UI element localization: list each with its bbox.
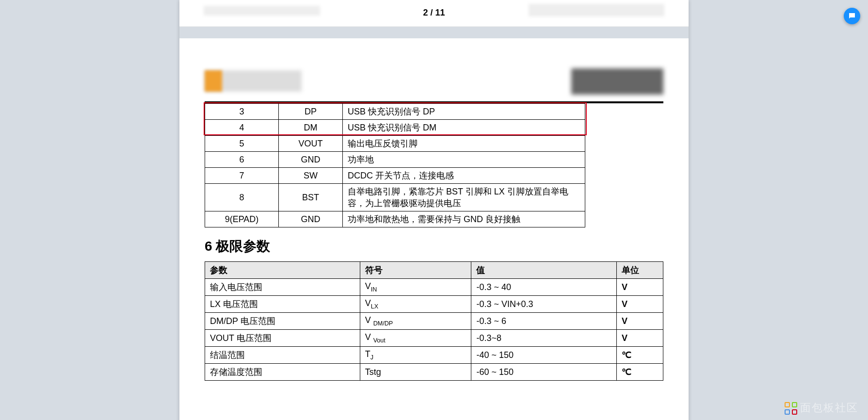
param-unit: ℃ xyxy=(617,347,663,364)
pin-name: SW xyxy=(279,168,343,184)
param-unit: V xyxy=(617,330,663,347)
table-header-row: 参数 符号 值 单位 xyxy=(205,262,663,279)
pin-name: BST xyxy=(279,184,343,211)
table-row: 3DPUSB 快充识别信号 DP xyxy=(205,104,585,120)
table-row: 存储温度范围Tstg-60 ~ 150℃ xyxy=(205,364,663,381)
redacted-logo-mark xyxy=(205,70,222,92)
pin-number: 3 xyxy=(205,104,279,120)
table-row: 5VOUT输出电压反馈引脚 xyxy=(205,136,585,152)
param-symbol: Tstg xyxy=(360,364,471,381)
pin-name: VOUT xyxy=(279,136,343,152)
redacted-block xyxy=(204,6,320,16)
param-name: DM/DP 电压范围 xyxy=(205,313,360,330)
chat-icon xyxy=(848,12,856,20)
param-symbol: VLX xyxy=(360,296,471,313)
param-symbol: V DM/DP xyxy=(360,313,471,330)
param-value: -0.3~8 xyxy=(471,330,617,347)
pin-number: 8 xyxy=(205,184,279,211)
param-unit: V xyxy=(617,313,663,330)
param-value: -60 ~ 150 xyxy=(471,364,617,381)
watermark: 面包板社区 xyxy=(785,401,858,415)
col-value: 值 xyxy=(471,262,617,279)
param-value: -0.3 ~ 6 xyxy=(471,313,617,330)
pin-description-table: 3DPUSB 快充识别信号 DP4DMUSB 快充识别信号 DM5VOUT输出电… xyxy=(205,103,585,227)
table-row: LX 电压范围VLX-0.3 ~ VIN+0.3V xyxy=(205,296,663,313)
param-name: VOUT 电压范围 xyxy=(205,330,360,347)
table-row: 4DMUSB 快充识别信号 DM xyxy=(205,120,585,136)
param-name: 存储温度范围 xyxy=(205,364,360,381)
absolute-maximum-ratings-table: 参数 符号 值 单位 输入电压范围VIN-0.3 ~ 40VLX 电压范围VLX… xyxy=(205,261,663,381)
param-unit: ℃ xyxy=(617,364,663,381)
param-unit: V xyxy=(617,296,663,313)
pin-description: DCDC 开关节点，连接电感 xyxy=(343,168,585,184)
pin-description: 功率地和散热地，需要保持与 GND 良好接触 xyxy=(343,211,585,227)
col-symbol: 符号 xyxy=(360,262,471,279)
watermark-logo-icon xyxy=(785,402,797,415)
page-gap xyxy=(179,27,689,38)
pin-number: 9(EPAD) xyxy=(205,211,279,227)
watermark-text: 面包板社区 xyxy=(800,402,858,414)
document-page: 3DPUSB 快充识别信号 DP4DMUSB 快充识别信号 DM5VOUT输出电… xyxy=(179,38,689,420)
param-symbol: TJ xyxy=(360,347,471,364)
param-value: -0.3 ~ VIN+0.3 xyxy=(471,296,617,313)
pin-name: DM xyxy=(279,120,343,136)
redacted-part-number xyxy=(571,68,663,95)
section-heading-6: 6 极限参数 xyxy=(205,237,270,256)
pin-number: 6 xyxy=(205,152,279,168)
col-unit: 单位 xyxy=(617,262,663,279)
pin-description: 输出电压反馈引脚 xyxy=(343,136,585,152)
pin-number: 5 xyxy=(205,136,279,152)
table-row: 7SWDCDC 开关节点，连接电感 xyxy=(205,168,585,184)
param-unit: V xyxy=(617,279,663,296)
param-symbol: V Vout xyxy=(360,330,471,347)
pin-number: 7 xyxy=(205,168,279,184)
table-row: 6GND功率地 xyxy=(205,152,585,168)
pin-description: 功率地 xyxy=(343,152,585,168)
param-name: 结温范围 xyxy=(205,347,360,364)
param-symbol: VIN xyxy=(360,279,471,296)
redacted-block xyxy=(529,4,664,16)
document-viewport: 2 / 11 3DPUSB 快充识别信号 DP4DMUSB 快充识别信号 DM5… xyxy=(179,0,689,420)
param-value: -40 ~ 150 xyxy=(471,347,617,364)
pin-name: DP xyxy=(279,104,343,120)
table-row: VOUT 电压范围V Vout-0.3~8V xyxy=(205,330,663,347)
param-name: 输入电压范围 xyxy=(205,279,360,296)
table-row: 输入电压范围VIN-0.3 ~ 40V xyxy=(205,279,663,296)
param-name: LX 电压范围 xyxy=(205,296,360,313)
pin-description: USB 快充识别信号 DM xyxy=(343,120,585,136)
table-row: DM/DP 电压范围V DM/DP-0.3 ~ 6V xyxy=(205,313,663,330)
table-row: 8BST自举电路引脚，紧靠芯片 BST 引脚和 LX 引脚放置自举电容，为上管栅… xyxy=(205,184,585,211)
pin-description: 自举电路引脚，紧靠芯片 BST 引脚和 LX 引脚放置自举电容，为上管栅极驱动提… xyxy=(343,184,585,211)
feedback-button[interactable] xyxy=(844,8,860,24)
pin-description: USB 快充识别信号 DP xyxy=(343,104,585,120)
page-number: 2 / 11 xyxy=(423,8,445,18)
pin-name: GND xyxy=(279,152,343,168)
page-header-strip: 2 / 11 xyxy=(179,0,689,27)
col-parameter: 参数 xyxy=(205,262,360,279)
pin-number: 4 xyxy=(205,120,279,136)
table-row: 结温范围TJ-40 ~ 150℃ xyxy=(205,347,663,364)
table-row: 9(EPAD)GND功率地和散热地，需要保持与 GND 良好接触 xyxy=(205,211,585,227)
param-value: -0.3 ~ 40 xyxy=(471,279,617,296)
pin-name: GND xyxy=(279,211,343,227)
